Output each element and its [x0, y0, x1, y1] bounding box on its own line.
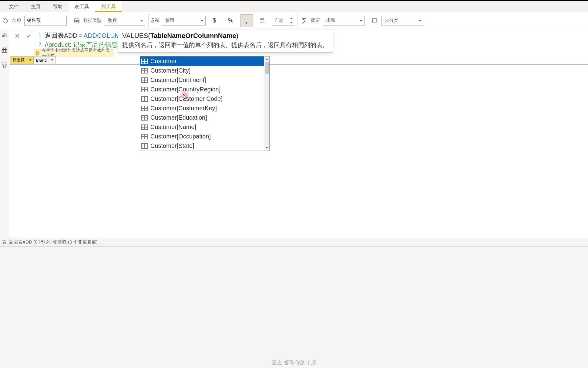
- table-icon: [141, 77, 148, 83]
- tab-table-tools[interactable]: 表工具: [69, 1, 95, 12]
- format-select[interactable]: 货币: [162, 16, 206, 26]
- table-icon: [141, 106, 148, 111]
- decimals-icon: .00→.0: [259, 17, 265, 24]
- autocomplete-label: Customer[CustomerKey]: [150, 105, 217, 112]
- menu-tabs: 文件 主页 帮助 表工具 列工具: [0, 1, 588, 12]
- decimals-spinner[interactable]: 自动: [272, 16, 294, 26]
- category-icon: [371, 17, 378, 24]
- spinner-down[interactable]: [289, 21, 294, 25]
- scroll-down-button[interactable]: [264, 145, 269, 151]
- decimals-value: 自动: [274, 18, 284, 23]
- datatype-value: 整数: [108, 18, 117, 23]
- percent-icon: %: [228, 17, 234, 24]
- autocomplete-item[interactable]: Customer[Occupation]: [140, 132, 269, 141]
- chevron-down-icon: [200, 20, 203, 22]
- status-bar: 表: 返回表ADD (0 行) 列: 销售额 (0 个非重复值): [0, 238, 588, 246]
- category-select[interactable]: 未分类: [381, 16, 423, 26]
- spinner-up[interactable]: [289, 16, 294, 21]
- report-view-icon[interactable]: [1, 32, 8, 39]
- cancel-formula-button[interactable]: ✕: [15, 32, 20, 40]
- column-header-sales[interactable]: 销售额: [10, 56, 33, 64]
- table-icon: [141, 87, 148, 92]
- tooltip-paren: ): [236, 32, 238, 39]
- table-icon: [141, 68, 148, 73]
- tab-home[interactable]: 主页: [25, 1, 47, 12]
- decrease-decimals-button[interactable]: .00→.0: [256, 14, 269, 27]
- ribbon: 名称 123 数据类型 整数 $% 货币 $: [0, 12, 588, 29]
- autocomplete-scrollbar[interactable]: [264, 56, 269, 151]
- scroll-thumb[interactable]: [265, 62, 269, 74]
- format-value: 货币: [165, 18, 174, 23]
- autocomplete-label: Customer[State]: [150, 142, 194, 149]
- tab-file[interactable]: 文件: [3, 1, 25, 12]
- formula-text: =: [79, 31, 82, 40]
- data-view-icon[interactable]: [1, 47, 8, 55]
- autocomplete-item[interactable]: Customer[Customer Code]: [140, 94, 269, 104]
- category-value: 未分类: [385, 18, 398, 23]
- watermark-text: 喜左 答理你的十脑: [271, 359, 317, 366]
- chevron-down-icon: [140, 20, 143, 22]
- autocomplete-item[interactable]: Customer[CustomerKey]: [140, 104, 269, 113]
- autocomplete-popup: Customer Customer[City] Customer[Contine…: [140, 56, 270, 151]
- datatype-label: 数据类型: [83, 18, 102, 23]
- model-view-icon[interactable]: [1, 62, 8, 70]
- autocomplete-label: Customer[Education]: [150, 114, 207, 121]
- svg-rect-7: [6, 34, 7, 37]
- line-number: 2: [35, 40, 41, 49]
- autocomplete-label: Customer[Occupation]: [150, 133, 211, 140]
- tooltip-paren: (: [148, 32, 150, 39]
- table-icon: [141, 143, 148, 149]
- svg-rect-14: [5, 63, 7, 65]
- autocomplete-item[interactable]: Customer[Name]: [140, 122, 269, 132]
- currency-button[interactable]: $: [209, 14, 221, 27]
- line-number: 1: [35, 31, 41, 40]
- table-icon: [141, 124, 148, 130]
- column-filter-dropdown[interactable]: [49, 59, 55, 61]
- thousands-button[interactable]: ,: [240, 14, 253, 27]
- autocomplete-item[interactable]: Customer[CountryRegion]: [140, 85, 269, 94]
- autocomplete-item[interactable]: Customer[Continent]: [140, 75, 269, 85]
- column-label: Brand: [34, 58, 49, 63]
- name-label: 名称: [12, 18, 21, 23]
- formula-actions: ✕ ✓: [11, 30, 35, 42]
- column-header-brand[interactable]: Brand: [33, 56, 55, 64]
- chevron-down-icon: [360, 20, 363, 22]
- svg-point-0: [4, 19, 5, 20]
- svg-rect-15: [3, 66, 5, 68]
- column-filter-dropdown[interactable]: [27, 59, 33, 61]
- autocomplete-label: Customer[Continent]: [150, 77, 206, 83]
- data-grid[interactable]: [9, 64, 588, 236]
- autocomplete-label: Customer[CountryRegion]: [150, 86, 220, 93]
- autocomplete-item[interactable]: Customer[State]: [140, 141, 269, 151]
- autocomplete-item[interactable]: Customer[Education]: [140, 113, 269, 122]
- sigma-icon: ∑: [301, 17, 308, 24]
- datatype-select[interactable]: 整数: [105, 16, 145, 26]
- name-input[interactable]: [24, 16, 67, 26]
- svg-rect-3: [373, 18, 377, 23]
- tab-column-tools[interactable]: 列工具: [95, 1, 122, 12]
- chevron-down-icon: [418, 20, 421, 22]
- warning-icon: !: [35, 51, 39, 56]
- tab-help[interactable]: 帮助: [47, 1, 69, 12]
- datatype-icon: 123: [73, 17, 80, 24]
- autocomplete-item[interactable]: Customer[City]: [140, 66, 269, 75]
- svg-text:123: 123: [74, 19, 79, 22]
- tag-icon: [2, 17, 9, 24]
- autocomplete-label: Customer: [150, 58, 177, 65]
- summary-value: 求和: [326, 18, 335, 23]
- summary-select[interactable]: 求和: [323, 16, 365, 26]
- format-icon: $%: [152, 17, 159, 24]
- svg-rect-5: [2, 35, 3, 37]
- autocomplete-item[interactable]: Customer: [140, 56, 269, 66]
- svg-rect-8: [2, 48, 7, 53]
- table-icon: [141, 96, 148, 102]
- commit-formula-button[interactable]: ✓: [26, 32, 32, 40]
- scroll-up-button[interactable]: [264, 56, 269, 62]
- svg-rect-13: [2, 63, 4, 65]
- column-label: 销售额: [10, 57, 27, 63]
- status-text: 表: 返回表ADD (0 行) 列: 销售额 (0 个非重复值): [2, 239, 98, 245]
- column-headers: 销售额 Brand: [10, 56, 55, 64]
- svg-rect-6: [4, 33, 5, 37]
- autocomplete-label: Customer[Name]: [150, 124, 196, 131]
- percent-button[interactable]: %: [224, 14, 237, 27]
